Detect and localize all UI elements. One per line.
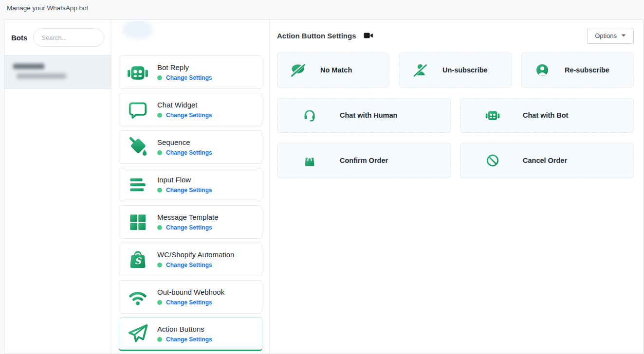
redacted-bot-number: [17, 73, 66, 79]
feature-card-input-flow[interactable]: Input Flow Change Settings: [119, 168, 262, 201]
robot-icon: [485, 107, 500, 123]
options-button[interactable]: Options: [587, 28, 634, 44]
feature-title: Input Flow: [157, 176, 212, 184]
action-card-no-match[interactable]: No Match: [277, 53, 389, 88]
comment-slash-icon: [290, 62, 306, 78]
action-card-chat-with-bot[interactable]: Chat with Bot: [460, 98, 634, 133]
options-button-label: Options: [595, 32, 617, 39]
change-settings-link[interactable]: Change Settings: [166, 187, 212, 194]
status-dot: [157, 150, 162, 155]
shopify-bag-icon: S: [125, 248, 150, 272]
feature-card-outbound-webhook[interactable]: Out-bound Webhook Change Settings: [119, 280, 262, 314]
action-card-label: Un-subscribe: [442, 66, 488, 74]
bot-search-input[interactable]: [33, 28, 104, 47]
feature-title: Sequence: [157, 138, 212, 146]
feature-card-bot-reply[interactable]: Bot Reply Change Settings: [119, 55, 262, 89]
redacted-bot-name: [13, 64, 44, 69]
action-card-cancel-order[interactable]: Cancel Order: [460, 143, 634, 178]
headset-icon: [302, 107, 317, 123]
fill-drip-icon: [125, 135, 150, 159]
feature-card-sequence[interactable]: Sequence Change Settings: [119, 130, 262, 164]
action-card-confirm-order[interactable]: Confirm Order: [277, 143, 451, 178]
ban-icon: [485, 153, 500, 168]
feature-title: Bot Reply: [157, 63, 212, 71]
action-card-unsubscribe[interactable]: Un-subscribe: [399, 53, 512, 88]
feature-card-shopify-automation[interactable]: S WC/Shopify Automation Change Settings: [119, 243, 262, 276]
status-dot: [157, 337, 162, 342]
shopping-bag-icon: [302, 153, 317, 168]
user-slash-icon: [412, 62, 428, 78]
action-button-settings-panel: Action Button Settings Options: [270, 20, 643, 354]
feature-card-chat-widget[interactable]: Chat Widget Change Settings: [119, 93, 262, 126]
grid-squares-icon: [125, 210, 150, 234]
status-dot: [157, 225, 162, 230]
change-settings-link[interactable]: Change Settings: [166, 262, 212, 268]
status-dot: [157, 188, 162, 193]
robot-icon: [125, 60, 150, 85]
feature-title: Action Buttons: [157, 325, 212, 333]
action-buttons-row-1: No Match Un-subscribe: [277, 53, 634, 88]
page-title: Manage your WhatsApp bot: [7, 4, 88, 12]
status-dot: [157, 113, 162, 118]
change-settings-link[interactable]: Change Settings: [166, 74, 212, 81]
action-card-resubscribe[interactable]: Re-subscribe: [521, 53, 634, 88]
action-card-label: Cancel Order: [523, 157, 567, 164]
top-bar: Manage your WhatsApp bot: [0, 0, 644, 19]
feature-title: Chat Widget: [157, 101, 212, 109]
action-card-label: Chat with Human: [340, 111, 397, 119]
action-buttons-row-2: Chat with Human Chat with Bot: [277, 98, 634, 133]
panel-title: Action Button Settings: [277, 32, 356, 40]
action-buttons-row-3: Confirm Order Cancel Order: [277, 143, 634, 178]
feature-title: Out-bound Webhook: [157, 288, 224, 296]
chat-bubble-icon: [125, 98, 150, 122]
feature-title: Message Template: [157, 213, 219, 221]
change-settings-link[interactable]: Change Settings: [166, 112, 212, 119]
action-card-label: No Match: [320, 66, 352, 74]
main-panel: Bots Bot Reply: [4, 19, 644, 354]
status-dot: [157, 263, 162, 267]
selected-bot-item[interactable]: [4, 55, 111, 89]
caret-down-icon: [621, 34, 626, 37]
bots-sidebar: Bots: [4, 20, 111, 354]
status-dot: [157, 300, 162, 305]
change-settings-link[interactable]: Change Settings: [166, 299, 212, 306]
bars-icon: [125, 173, 150, 197]
bots-heading: Bots: [11, 34, 27, 42]
redacted-blob: [122, 20, 152, 39]
sidebar-header: Bots: [4, 20, 111, 55]
action-card-label: Confirm Order: [340, 157, 388, 164]
panel-header: Action Button Settings Options: [277, 28, 634, 43]
change-settings-link[interactable]: Change Settings: [166, 149, 212, 156]
video-camera-icon[interactable]: [363, 31, 374, 40]
features-column: Bot Reply Change Settings Chat Widget Ch…: [111, 20, 270, 354]
action-card-label: Re-subscribe: [565, 66, 609, 74]
status-dot: [157, 75, 162, 80]
svg-text:S: S: [134, 256, 142, 266]
action-card-label: Chat with Bot: [523, 111, 568, 119]
user-circle-icon: [534, 62, 550, 78]
feature-card-action-buttons[interactable]: Action Buttons Change Settings: [119, 318, 262, 351]
paper-plane-icon: [125, 322, 150, 346]
wifi-icon: [125, 285, 150, 309]
feature-card-message-template[interactable]: Message Template Change Settings: [119, 205, 262, 239]
change-settings-link[interactable]: Change Settings: [166, 224, 212, 231]
action-card-chat-with-human[interactable]: Chat with Human: [277, 98, 451, 133]
change-settings-link[interactable]: Change Settings: [166, 336, 212, 343]
feature-title: WC/Shopify Automation: [157, 250, 234, 259]
